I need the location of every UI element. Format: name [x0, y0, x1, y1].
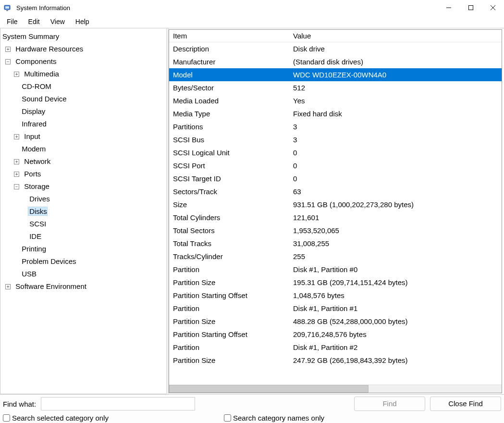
scrollbar-thumb[interactable]	[169, 385, 369, 393]
expand-icon[interactable]: +	[5, 47, 11, 52]
tree-label: Drives	[28, 195, 50, 203]
chk-label: Search selected category only	[12, 414, 109, 422]
expand-icon[interactable]: +	[5, 284, 11, 289]
menu-view[interactable]: View	[46, 16, 70, 27]
tree-scsi[interactable]: SCSI	[1, 218, 165, 230]
table-row[interactable]: Manufacturer(Standard disk drives)	[169, 55, 502, 68]
tree-system-summary[interactable]: System Summary	[1, 30, 165, 43]
tree-infrared[interactable]: Infrared	[1, 118, 165, 130]
expand-icon[interactable]: +	[14, 72, 19, 77]
minimize-button[interactable]	[438, 0, 460, 15]
table-row[interactable]: PartitionDisk #1, Partition #0	[169, 263, 502, 276]
tree-label: USB	[21, 270, 37, 278]
table-row[interactable]: Size931.51 GB (1,000,202,273,280 bytes)	[169, 198, 502, 211]
cell-value: Disk drive	[289, 42, 502, 56]
cell-item: Media Type	[169, 107, 289, 120]
table-row[interactable]: SCSI Bus3	[169, 133, 502, 146]
close-button[interactable]	[482, 0, 504, 15]
collapse-icon[interactable]: −	[5, 59, 11, 64]
table-row[interactable]: DescriptionDisk drive	[169, 42, 502, 56]
tree-hardware-resources[interactable]: + Hardware Resources	[1, 43, 165, 55]
tree-label: Modem	[21, 145, 46, 153]
table-row[interactable]: PartitionDisk #1, Partition #1	[169, 302, 502, 315]
tree-cd-rom[interactable]: CD-ROM	[1, 80, 165, 93]
expand-icon[interactable]: +	[14, 172, 19, 177]
table-row[interactable]: Partitions3	[169, 120, 502, 133]
nav-tree[interactable]: System Summary + Hardware Resources − Co…	[0, 28, 166, 394]
col-value[interactable]: Value	[289, 30, 502, 42]
table-row[interactable]: ModelWDC WD10EZEX-00WN4A0	[169, 68, 502, 81]
tree-ports[interactable]: + Ports	[1, 168, 165, 180]
menu-edit[interactable]: Edit	[24, 16, 45, 27]
cell-item: Sectors/Track	[169, 185, 289, 198]
chk-search-selected[interactable]: Search selected category only	[3, 414, 109, 422]
tree-printing[interactable]: Printing	[1, 243, 165, 255]
expand-icon[interactable]: +	[14, 134, 19, 139]
table-row[interactable]: SCSI Target ID0	[169, 172, 502, 185]
tree-usb[interactable]: USB	[1, 268, 165, 280]
tree-multimedia[interactable]: + Multimedia	[1, 68, 165, 80]
tree-software-environment[interactable]: + Software Environment	[1, 280, 165, 293]
window-title: System Information	[16, 4, 70, 12]
cell-value: Disk #1, Partition #2	[289, 341, 502, 354]
find-input[interactable]	[41, 397, 195, 411]
table-row[interactable]: SCSI Logical Unit0	[169, 146, 502, 159]
cell-item: Size	[169, 198, 289, 211]
tree-storage[interactable]: − Storage	[1, 180, 165, 193]
cell-value: 255	[289, 250, 502, 263]
col-item[interactable]: Item	[169, 30, 289, 42]
table-row[interactable]: Total Sectors1,953,520,065	[169, 224, 502, 237]
table-row[interactable]: Sectors/Track63	[169, 185, 502, 198]
tree-problem-devices[interactable]: Problem Devices	[1, 255, 165, 268]
maximize-button[interactable]	[460, 0, 482, 15]
cell-item: Media Loaded	[169, 94, 289, 107]
svg-rect-4	[469, 6, 473, 10]
chk-label: Search category names only	[233, 414, 324, 422]
cell-item: SCSI Port	[169, 159, 289, 172]
table-row[interactable]: Partition Size488.28 GB (524,288,000,000…	[169, 315, 502, 328]
tree-network[interactable]: + Network	[1, 155, 165, 168]
table-row[interactable]: Partition Starting Offset1,048,576 bytes	[169, 289, 502, 302]
find-button[interactable]: Find	[354, 397, 425, 411]
tree-input[interactable]: + Input	[1, 130, 165, 143]
horizontal-scrollbar[interactable]	[169, 385, 502, 393]
table-row[interactable]: Bytes/Sector512	[169, 81, 502, 94]
tree-label: Components	[14, 57, 56, 65]
table-row[interactable]: Total Tracks31,008,255	[169, 237, 502, 250]
checkbox-icon	[3, 414, 10, 422]
table-row[interactable]: SCSI Port0	[169, 159, 502, 172]
tree-label: Sound Device	[21, 95, 66, 103]
cell-item: SCSI Logical Unit	[169, 146, 289, 159]
expand-icon[interactable]: +	[14, 159, 19, 164]
tree-sound-device[interactable]: Sound Device	[1, 93, 165, 105]
collapse-icon[interactable]: −	[14, 184, 19, 189]
tree-ide[interactable]: IDE	[1, 230, 165, 243]
cell-value: 121,601	[289, 211, 502, 224]
tree-display[interactable]: Display	[1, 105, 165, 118]
table-row[interactable]: Partition Size247.92 GB (266,198,843,392…	[169, 354, 502, 367]
close-find-button[interactable]: Close Find	[430, 397, 501, 411]
cell-item: Partition	[169, 341, 289, 354]
table-row[interactable]: Media TypeFixed hard disk	[169, 107, 502, 120]
table-row[interactable]: PartitionDisk #1, Partition #2	[169, 341, 502, 354]
table-row[interactable]: Media LoadedYes	[169, 94, 502, 107]
tree-label: Infrared	[21, 120, 47, 128]
cell-value: Disk #1, Partition #0	[289, 263, 502, 276]
tree-drives[interactable]: Drives	[1, 193, 165, 205]
tree-label: Hardware Resources	[14, 45, 83, 53]
cell-value: 247.92 GB (266,198,843,392 bytes)	[289, 354, 502, 367]
tree-label: Disks	[28, 207, 47, 215]
tree-disks[interactable]: Disks	[1, 205, 165, 218]
tree-components[interactable]: − Components	[1, 55, 165, 68]
table-row[interactable]: Partition Size195.31 GB (209,714,151,424…	[169, 276, 502, 289]
tree-modem[interactable]: Modem	[1, 143, 165, 155]
detail-scroll[interactable]: Item Value DescriptionDisk driveManufact…	[169, 30, 502, 385]
chk-search-names[interactable]: Search category names only	[224, 414, 324, 422]
checkbox-icon	[224, 414, 231, 422]
menu-file[interactable]: File	[2, 16, 23, 27]
table-row[interactable]: Tracks/Cylinder255	[169, 250, 502, 263]
table-row[interactable]: Partition Starting Offset209,716,248,576…	[169, 328, 502, 341]
table-row[interactable]: Total Cylinders121,601	[169, 211, 502, 224]
cell-item: Total Tracks	[169, 237, 289, 250]
menu-help[interactable]: Help	[71, 16, 94, 27]
